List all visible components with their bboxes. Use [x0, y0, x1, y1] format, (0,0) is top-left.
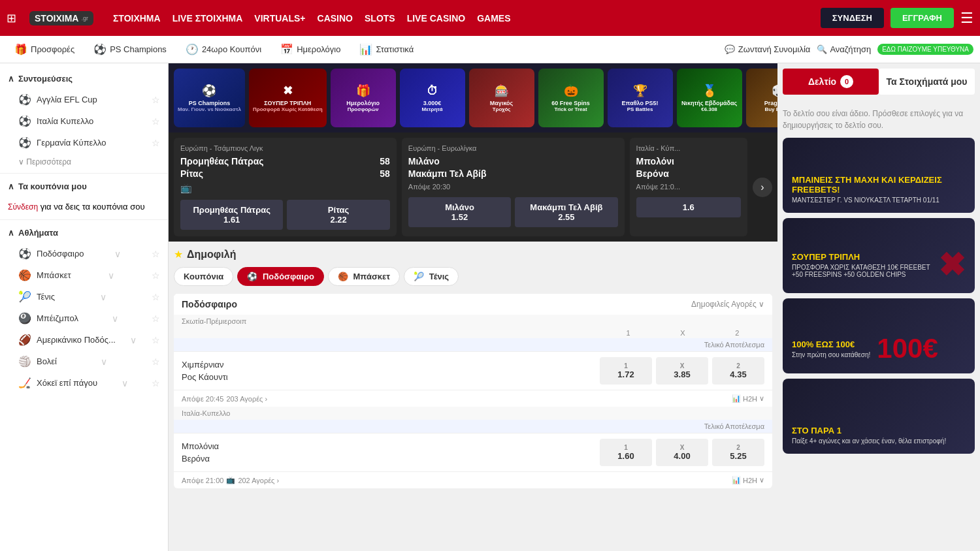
my-bets-label: Τα Στοιχήματά μου: [887, 76, 968, 87]
promo-banner-3[interactable]: ΣΤΟ ΠΑΡΑ 1 Παίξε 4+ αγώνες και αν χάσεις…: [783, 379, 975, 454]
login-link[interactable]: Σύνδεση: [8, 202, 38, 212]
promo-label: Ημερολόγιο: [346, 100, 380, 106]
tab-coupons[interactable]: Κουπόνια: [174, 267, 233, 286]
divider: [0, 173, 168, 174]
col-headers: 1 X 2: [174, 328, 772, 338]
coupons-header[interactable]: ∧ Τα κουπόνια μου: [0, 176, 168, 197]
sport-hockey-label: Χόκεϊ επί πάγου: [37, 378, 97, 388]
tab-basketball[interactable]: 🏀 Μπάσκετ: [328, 267, 400, 286]
sport-volleyball[interactable]: 🏐 Βολεί ∨ ☆: [0, 351, 168, 372]
markets-link[interactable]: 202 Αγορές ›: [238, 477, 279, 484]
tv-icon[interactable]: 📺: [180, 183, 191, 193]
match-row-2: Μπολόνια Βερόνα 1 1.60 X 4.00: [174, 433, 772, 471]
shortcut-efl[interactable]: ⚽ Αγγλία EFL Cup ☆: [0, 89, 168, 110]
ps-icon: ⚽: [93, 43, 106, 55]
h2h-link-2[interactable]: 📊 H2H ∨: [732, 476, 764, 484]
login-button[interactable]: ΣΥΝΔΕΣΗ: [821, 8, 884, 28]
bet-team1-odd: 1.6: [683, 202, 694, 212]
promo-card-5[interactable]: 🎃 60 Free Spins Trick or Treat: [538, 69, 604, 127]
team2: Βερόνα: [182, 452, 600, 465]
markets-link[interactable]: 203 Αγορές ›: [226, 395, 267, 403]
odd-2-btn[interactable]: 2 5.25: [712, 439, 764, 466]
sport-football[interactable]: ⚽ Ποδόσφαιρο ∨ ☆: [0, 243, 168, 264]
odd-2-value: 5.25: [730, 451, 746, 461]
nav-offers[interactable]: 🎁 Προσφορές: [7, 39, 82, 59]
promo-card-8[interactable]: 🎲 Pragmatic Buy Bonus: [746, 69, 777, 127]
chevron-down-icon: ∨: [759, 394, 764, 403]
odd-x-btn[interactable]: X 4.00: [656, 439, 708, 466]
sport-am-football-label: Αμερικάνικο Ποδός...: [37, 335, 116, 345]
promo-label: Επαθλο PS5!: [622, 100, 659, 106]
promo-card-2[interactable]: 🎁 Ημερολόγιο Προσφορών: [331, 69, 396, 127]
odd-2-btn[interactable]: 2 4.35: [712, 357, 764, 385]
promo-card-7[interactable]: 🏅 Νικητής Εβδομάδας €6.308: [677, 69, 742, 127]
sport-american-football[interactable]: 🏈 Αμερικάνικο Ποδός... ∨ ☆: [0, 329, 168, 351]
promo-card-4[interactable]: 🎰 Μαγικός Τροχός: [469, 69, 534, 127]
promo-sublabel: Τροχός: [493, 106, 511, 112]
bet-bolonia-button[interactable]: 1.6: [636, 197, 741, 217]
promo-banner-2[interactable]: 100% ΕΩΣ 100€ Στην πρώτη σου κατάθεση! 1…: [783, 298, 975, 373]
register-button[interactable]: ΕΓΓΡΑΦΗ: [890, 8, 954, 28]
odd-1-btn[interactable]: 1 1.60: [600, 439, 652, 466]
promo-icon: ✖: [283, 84, 293, 98]
live-next-arrow[interactable]: ›: [753, 178, 772, 197]
bet-team1-button[interactable]: Προμηθέας Πάτρας 1.61: [180, 200, 283, 230]
nav-slots[interactable]: SLOTS: [365, 13, 395, 24]
tab-basketball-label: Μπάσκετ: [353, 272, 391, 281]
more-shortcuts[interactable]: ∨ Περισσότερα: [0, 153, 168, 170]
sport-hockey[interactable]: 🏒 Χόκεϊ επί πάγου ∨ ☆: [0, 372, 168, 394]
team2: Βερόνα: [636, 168, 669, 179]
logo-sub: .gr: [81, 15, 88, 22]
nav-live-stoixima[interactable]: LIVE ΣΤΟΙΧΗΜΑ: [172, 13, 243, 24]
popular-markets-dropdown[interactable]: Δημοφιλείς Αγορές ∨: [691, 300, 764, 309]
star-icon: ☆: [152, 356, 160, 367]
nav-calendar[interactable]: 📅 Ημερολόγιο: [272, 39, 348, 59]
team-row-1: Μπολόνι: [636, 156, 741, 166]
promo-card-3[interactable]: ⏱ 3.000€ Μετρητά: [400, 69, 465, 127]
hamburger-icon[interactable]: ☰: [960, 10, 973, 27]
bet-team2-label: Μακάμπι Τελ Αβίβ: [530, 202, 602, 212]
promo-banner-0[interactable]: ΜΠΑΙΝΕΙΣ ΣΤΗ ΜΑΧΗ ΚΑΙ ΚΕΡΔΙΖΕΙΣ FREEBETS…: [783, 138, 975, 213]
nav-ps-champions[interactable]: ⚽ PS Champions: [86, 39, 174, 59]
sports-header[interactable]: ∧ Αθλήματα: [0, 223, 168, 243]
bet-milano-button[interactable]: Μιλάνο 1.52: [408, 197, 511, 227]
nav-24h-coupon[interactable]: 🕐 24ωρο Κουπόνι: [178, 39, 269, 59]
match-league-1: Σκωτία-Πρέμιερσοιπ: [174, 315, 772, 328]
tab-football[interactable]: ⚽ Ποδόσφαιρο: [237, 267, 324, 286]
bet-team2-odd: 2.22: [330, 215, 346, 225]
shortcuts-header[interactable]: ∧ Συντομεύσεις: [0, 69, 168, 89]
star-icon: ☆: [152, 292, 160, 302]
secondary-navigation: 🎁 Προσφορές ⚽ PS Champions 🕐 24ωρο Κουπό…: [0, 36, 980, 63]
nav-statistics[interactable]: 📊 Στατιστικά: [351, 39, 421, 59]
promo-banner-1[interactable]: ΣΟΥΠΕΡ ΤΡΙΠΛΗ ΠΡΟΣΦΟΡΑ ΧΩΡΙΣ ΚΑΤΑΘΕΣΗ 10…: [783, 218, 975, 293]
grid-icon[interactable]: ⊞: [7, 11, 16, 25]
betslip-tab[interactable]: Δελτίο 0: [783, 69, 879, 95]
logo-area[interactable]: STOIXIMA .gr: [29, 11, 93, 25]
odd-1-btn[interactable]: 1 1.72: [600, 357, 652, 385]
bet-maccabi-button[interactable]: Μακάμπι Τελ Αβίβ 2.55: [515, 197, 617, 227]
nav-stoixima[interactable]: ΣΤΟΙΧΗΜΑ: [113, 13, 161, 24]
live-chat-label: Ζωντανή Συνομιλία: [738, 44, 811, 54]
nav-casino[interactable]: CASINO: [318, 13, 353, 24]
h2h-link-1[interactable]: 📊 H2H ∨: [732, 394, 764, 403]
chevron-down-icon: ∨: [108, 270, 114, 281]
sport-basketball[interactable]: 🏀 Μπάσκετ ∨ ☆: [0, 264, 168, 286]
shortcut-italia[interactable]: ⚽ Ιταλία Κυπελλο ☆: [0, 110, 168, 132]
live-chat-button[interactable]: 💬 Ζωντανή Συνομιλία: [725, 44, 811, 54]
odd-x-btn[interactable]: X 3.85: [656, 357, 708, 385]
promo-card-1[interactable]: ✖ ΣΟΥΠΕΡ ΤΡΙΠΛΗ Προσφορά Χωρίς Κατάθεση: [249, 69, 327, 127]
logo: STOIXIMA .gr: [29, 11, 93, 25]
shortcut-germany[interactable]: ⚽ Γερμανία Κύπελλο ☆: [0, 132, 168, 153]
nav-live-casino[interactable]: LIVE CASINO: [407, 13, 465, 24]
star-icon: ☆: [152, 335, 160, 345]
nav-virtuals[interactable]: VIRTUALS+: [254, 13, 305, 24]
nav-games[interactable]: GAMES: [477, 13, 510, 24]
promo-card-6[interactable]: 🏆 Επαθλο PS5! PS Battles: [608, 69, 673, 127]
search-button[interactable]: 🔍 Αναζήτηση: [817, 44, 871, 54]
bet-team2-button[interactable]: Ρίτας 2.22: [287, 200, 389, 230]
tab-tennis[interactable]: 🎾 Τένις: [404, 267, 459, 286]
sport-baseball[interactable]: 🎱 Μπέιζμπολ ∨ ☆: [0, 307, 168, 329]
my-bets-tab[interactable]: Τα Στοιχήματά μου: [879, 69, 975, 95]
promo-card-0[interactable]: ⚽ PS Champions Μαν. Γιουν. vs Νιούκαστλ: [174, 69, 245, 127]
sport-tennis[interactable]: 🎾 Τένις ∨ ☆: [0, 286, 168, 307]
